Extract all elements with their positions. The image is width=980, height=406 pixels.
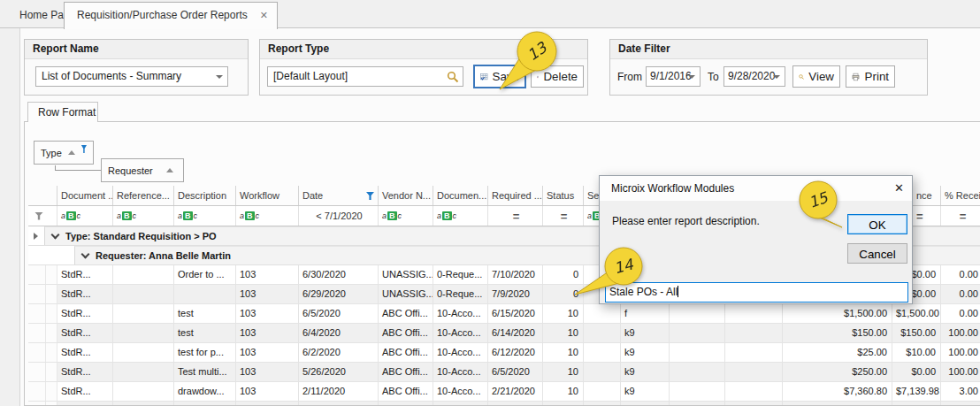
grid-cell[interactable]: 103 <box>236 285 299 303</box>
grid-cell[interactable]: 100.00 <box>941 324 980 342</box>
grid-cell[interactable]: ABC Offi... <box>379 382 433 401</box>
grid-cell[interactable] <box>113 363 174 381</box>
grid-cell[interactable]: 2/11/2020 <box>299 382 379 401</box>
table-row[interactable]: StdR...test1036/4/2020ABC Offi...10-Acco… <box>28 324 980 343</box>
grid-cell[interactable]: 10-Acco... <box>433 324 488 342</box>
groupby-type[interactable]: Type <box>34 141 94 165</box>
grid-cell[interactable]: drawdow... <box>174 382 236 401</box>
grid-cell[interactable]: 6/5/2020 <box>299 304 379 323</box>
grid-cell[interactable]: 7/10/2020 <box>488 265 543 284</box>
grid-cell[interactable]: k9 <box>621 324 670 342</box>
filter-cell[interactable]: = <box>488 206 543 226</box>
chevron-down-icon[interactable] <box>51 230 60 239</box>
grid-cell[interactable] <box>113 304 174 323</box>
to-date-dropdown[interactable]: 9/28/2020 <box>724 66 785 87</box>
column-header[interactable]: Documen... <box>433 186 488 205</box>
column-header[interactable]: Workflow <box>236 186 299 205</box>
grid-cell[interactable]: 100.00 <box>941 363 980 381</box>
filter-icon[interactable] <box>81 145 87 153</box>
grid-cell[interactable]: 3.00 <box>941 382 980 401</box>
grid-cell[interactable]: test <box>174 324 236 342</box>
grid-cell[interactable]: 103 <box>236 382 299 401</box>
grid-cell[interactable] <box>584 382 621 401</box>
grid-cell[interactable]: 7/9/2020 <box>488 285 543 303</box>
grid-cell[interactable]: 5/26/2020 <box>299 363 379 381</box>
grid-cell[interactable]: $25.00 <box>783 343 892 362</box>
column-header[interactable]: Reference... <box>113 186 174 205</box>
grid-cell[interactable]: 6/12/2020 <box>488 343 543 362</box>
table-row[interactable]: StdR...Test multi...1035/26/2020ABC Offi… <box>28 363 980 382</box>
grid-cell[interactable]: k9 <box>621 382 670 401</box>
grid-cell[interactable]: 0-Reque... <box>433 285 488 303</box>
filter-cell[interactable]: aBc <box>236 206 299 226</box>
cancel-button[interactable]: Cancel <box>847 243 907 264</box>
grid-cell[interactable]: StdR... <box>57 304 113 323</box>
grid-cell[interactable]: StdR... <box>57 382 113 401</box>
filter-cell[interactable]: aBc <box>57 206 113 226</box>
grid-cell[interactable]: 10 <box>543 304 584 323</box>
grid-cell[interactable]: UNASSIG... <box>379 265 433 284</box>
grid-cell[interactable]: ABC Offi... <box>379 304 433 323</box>
grid-cell[interactable]: ABC Offi... <box>379 343 433 362</box>
table-row[interactable]: StdR...drawdow...1032/11/2020ABC Offi...… <box>28 382 980 402</box>
report-name-dropdown[interactable]: List of Documents - Summary <box>35 66 228 87</box>
grid-cell[interactable] <box>670 382 725 401</box>
grid-cell[interactable]: $7,139.98 <box>892 382 941 401</box>
grid-cell[interactable]: 10-Acco... <box>433 363 488 381</box>
grid-cell[interactable] <box>584 304 621 323</box>
grid-cell[interactable]: StdR... <box>57 343 113 362</box>
grid-cell[interactable]: 6/14/2020 <box>488 324 543 342</box>
grid-cell[interactable]: 10 <box>543 363 584 381</box>
search-icon[interactable] <box>447 71 459 83</box>
report-type-search-field[interactable]: [Default Layout] <box>267 66 463 87</box>
grid-cell[interactable] <box>725 324 783 342</box>
grid-cell[interactable] <box>584 363 621 381</box>
filter-cell[interactable]: aBc <box>174 206 236 226</box>
grid-cell[interactable]: test <box>174 304 236 323</box>
grid-cell[interactable]: 6/2/2020 <box>299 343 379 362</box>
table-row[interactable]: StdR...test1036/5/2020ABC Offi...10-Acco… <box>28 304 980 324</box>
grid-cell[interactable]: UNASSIG... <box>379 285 433 303</box>
grid-cell[interactable] <box>725 304 783 323</box>
grid-cell[interactable] <box>670 343 725 362</box>
row-format-tab[interactable]: Row Format <box>27 102 98 122</box>
grid-cell[interactable]: 0.00 <box>941 265 980 284</box>
table-row[interactable]: StdR...test for p...1036/2/2020ABC Offi.… <box>28 343 980 363</box>
grid-cell[interactable]: test for p... <box>174 343 236 362</box>
column-header[interactable]: Status <box>543 186 584 205</box>
grid-cell[interactable]: 103 <box>236 265 299 284</box>
grid-cell[interactable] <box>725 343 783 362</box>
grid-cell[interactable]: ABC Offi... <box>379 324 433 342</box>
grid-cell[interactable]: 6/29/2020 <box>299 285 379 303</box>
grid-cell[interactable]: 10-Acco... <box>433 343 488 362</box>
filter-gutter[interactable] <box>28 206 57 226</box>
grid-cell[interactable]: $150.00 <box>892 324 941 342</box>
grid-cell[interactable]: 10-Acco... <box>433 304 488 323</box>
grid-cell[interactable] <box>670 363 725 381</box>
filter-cell[interactable]: = <box>543 206 584 226</box>
grid-cell[interactable]: 6/30/2020 <box>299 265 379 284</box>
grid-cell[interactable]: $1,500.00 <box>783 304 892 323</box>
grid-cell[interactable] <box>113 265 174 284</box>
filter-icon[interactable] <box>366 192 374 200</box>
column-header[interactable]: Date <box>299 186 379 205</box>
grid-cell[interactable]: 103 <box>236 343 299 362</box>
grid-cell[interactable]: 10 <box>543 343 584 362</box>
grid-cell[interactable]: 6/4/2020 <box>299 324 379 342</box>
grid-cell[interactable] <box>113 324 174 342</box>
column-header[interactable]: Description <box>174 186 236 205</box>
grid-cell[interactable] <box>584 343 621 362</box>
grid-cell[interactable]: 103 <box>236 304 299 323</box>
grid-cell[interactable]: StdR... <box>57 285 113 303</box>
grid-cell[interactable]: 103 <box>236 324 299 342</box>
grid-cell[interactable]: StdR... <box>57 265 113 284</box>
grid-cell[interactable]: 2/21/2020 <box>488 382 543 401</box>
grid-cell[interactable]: Test multi... <box>174 363 236 381</box>
grid-cell[interactable] <box>725 382 783 401</box>
grid-cell[interactable] <box>725 363 783 381</box>
column-header[interactable]: Required ... <box>488 186 543 205</box>
from-date-dropdown[interactable]: 9/1/2016 <box>646 66 701 87</box>
grid-cell[interactable] <box>670 324 725 342</box>
grid-cell[interactable]: $150.00 <box>783 324 892 342</box>
grid-cell[interactable]: $0.00 <box>892 363 941 381</box>
